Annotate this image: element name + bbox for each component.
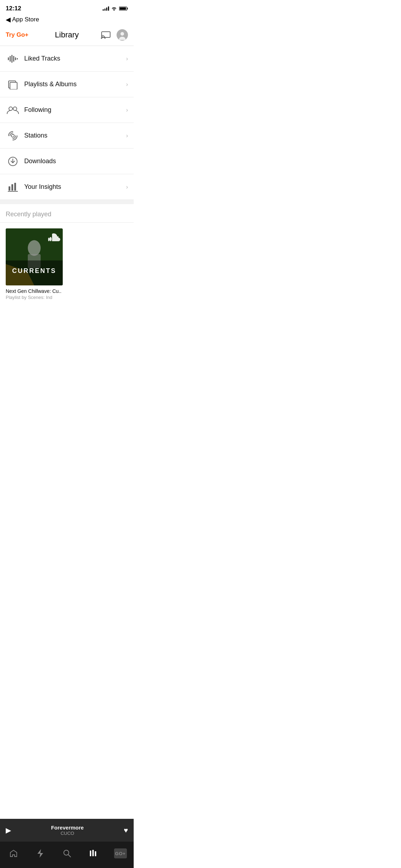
following-item[interactable]: Following › (0, 97, 134, 123)
svg-rect-21 (11, 184, 13, 191)
status-bar: 12:12 (0, 0, 134, 14)
following-label: Following (24, 106, 126, 114)
svg-point-18 (11, 134, 14, 137)
album-subtitle: Playlist by Scenes: Ind (6, 295, 63, 300)
svg-rect-15 (10, 82, 17, 89)
svg-rect-2 (120, 7, 126, 10)
waveform-icon (6, 55, 20, 63)
svg-point-32 (48, 238, 50, 241)
library-menu: Liked Tracks › Playlists & Albums › Foll… (0, 46, 134, 200)
cast-icon[interactable] (101, 31, 111, 39)
svg-point-17 (13, 107, 17, 110)
chevron-right-icon: › (126, 81, 128, 88)
list-item[interactable]: CURRENTS Next Gen Chillwave: Cu.. Playli… (6, 228, 63, 300)
playlists-albums-label: Playlists & Albums (24, 81, 126, 88)
page-title: Library (55, 30, 79, 40)
header-icons (101, 29, 128, 41)
stations-label: Stations (24, 132, 126, 139)
svg-rect-10 (11, 55, 12, 63)
page-header: Try Go+ Library (0, 26, 134, 46)
stations-item[interactable]: Stations › (0, 123, 134, 149)
battery-icon (119, 6, 128, 11)
svg-rect-8 (8, 57, 9, 60)
recently-played-section: Recently played CUR (0, 204, 134, 306)
status-time: 12:12 (6, 5, 21, 12)
back-navigation[interactable]: ◀ App Store (0, 14, 134, 26)
svg-point-4 (101, 37, 102, 39)
svg-rect-1 (127, 8, 128, 10)
stations-icon (6, 130, 20, 141)
chevron-right-icon: › (126, 107, 128, 113)
svg-rect-11 (13, 56, 14, 62)
svg-point-31 (50, 237, 52, 241)
your-insights-label: Your Insights (24, 183, 126, 191)
chevron-right-icon: › (126, 184, 128, 190)
playlists-albums-item[interactable]: Playlists & Albums › (0, 72, 134, 97)
status-icons (103, 6, 128, 11)
svg-point-27 (28, 240, 41, 256)
back-arrow-icon: ◀ (6, 16, 11, 24)
try-go-button[interactable]: Try Go+ (6, 31, 29, 38)
wifi-icon (111, 6, 117, 11)
recently-played-items: CURRENTS Next Gen Chillwave: Cu.. Playli… (0, 223, 134, 306)
svg-point-16 (9, 107, 12, 110)
section-separator (0, 200, 134, 204)
svg-text:CURRENTS: CURRENTS (12, 267, 56, 274)
downloads-icon (6, 156, 20, 167)
svg-rect-22 (14, 183, 16, 191)
chevron-right-icon: › (126, 133, 128, 139)
downloads-item[interactable]: Downloads (0, 149, 134, 174)
avatar[interactable] (117, 29, 128, 41)
liked-tracks-label: Liked Tracks (24, 55, 126, 62)
back-label: App Store (12, 16, 39, 23)
liked-tracks-item[interactable]: Liked Tracks › (0, 46, 134, 72)
playlists-icon (6, 79, 20, 89)
svg-rect-13 (17, 58, 18, 60)
signal-icon (103, 6, 109, 11)
album-art: CURRENTS (6, 228, 63, 285)
insights-icon (6, 181, 20, 193)
chevron-right-icon: › (126, 56, 128, 62)
album-title: Next Gen Chillwave: Cu.. (6, 288, 63, 294)
downloads-label: Downloads (24, 157, 128, 165)
svg-rect-20 (9, 186, 10, 191)
following-icon (6, 105, 20, 115)
recently-played-header: Recently played (0, 204, 134, 223)
your-insights-item[interactable]: Your Insights › (0, 174, 134, 200)
svg-rect-9 (10, 56, 11, 62)
svg-rect-12 (15, 57, 16, 60)
svg-point-6 (120, 32, 124, 36)
